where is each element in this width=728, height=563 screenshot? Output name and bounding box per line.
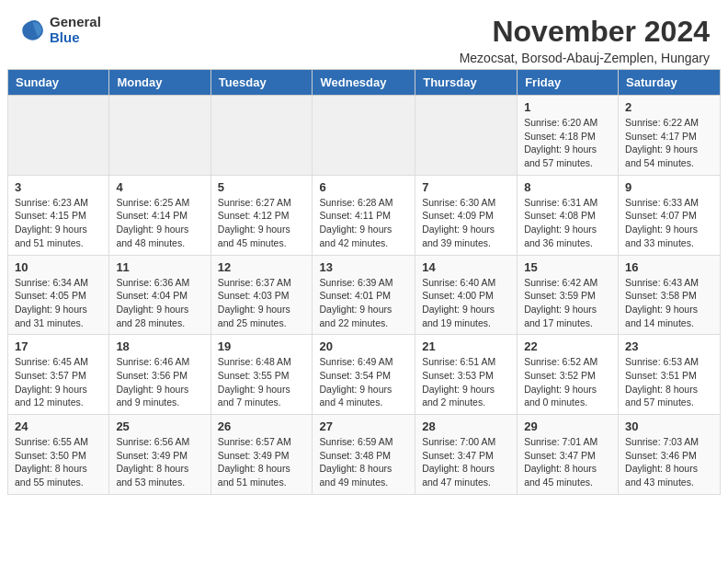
calendar-head: Sunday Monday Tuesday Wednesday Thursday… <box>8 70 721 96</box>
day-number: 2 <box>625 100 713 114</box>
cell-week4-day2: 19Sunrise: 6:48 AM Sunset: 3:55 PM Dayli… <box>210 335 313 415</box>
header-row: Sunday Monday Tuesday Wednesday Thursday… <box>8 70 721 96</box>
cell-week2-day5: 8Sunrise: 6:31 AM Sunset: 4:08 PM Daylig… <box>518 175 619 255</box>
day-number: 19 <box>218 339 306 353</box>
day-info: Sunrise: 6:51 AM Sunset: 3:53 PM Dayligh… <box>422 355 510 409</box>
cell-week5-day3: 27Sunrise: 6:59 AM Sunset: 3:48 PM Dayli… <box>313 415 415 495</box>
cell-week4-day3: 20Sunrise: 6:49 AM Sunset: 3:54 PM Dayli… <box>313 335 415 415</box>
day-info: Sunrise: 6:59 AM Sunset: 3:48 PM Dayligh… <box>319 435 408 489</box>
day-number: 11 <box>116 260 203 274</box>
day-info: Sunrise: 6:39 AM Sunset: 4:01 PM Dayligh… <box>319 276 408 330</box>
cell-week4-day5: 22Sunrise: 6:52 AM Sunset: 3:52 PM Dayli… <box>518 335 619 415</box>
cell-week2-day4: 7Sunrise: 6:30 AM Sunset: 4:09 PM Daylig… <box>415 175 518 255</box>
calendar-table: Sunday Monday Tuesday Wednesday Thursday… <box>7 69 721 495</box>
cell-week1-day6: 2Sunrise: 6:22 AM Sunset: 4:17 PM Daylig… <box>619 96 721 176</box>
col-thursday: Thursday <box>415 70 518 96</box>
day-number: 24 <box>15 419 102 433</box>
day-number: 3 <box>15 180 102 194</box>
day-number: 14 <box>422 260 510 274</box>
day-info: Sunrise: 6:28 AM Sunset: 4:11 PM Dayligh… <box>319 196 408 250</box>
day-number: 29 <box>524 419 611 433</box>
day-number: 21 <box>422 339 510 353</box>
cell-week1-day1 <box>109 96 210 176</box>
day-number: 1 <box>524 100 611 114</box>
logo-text: General Blue <box>50 15 101 45</box>
col-saturday: Saturday <box>619 70 721 96</box>
logo-blue-text: Blue <box>50 30 101 46</box>
col-friday: Friday <box>518 70 619 96</box>
cell-week2-day0: 3Sunrise: 6:23 AM Sunset: 4:15 PM Daylig… <box>8 175 109 255</box>
page-header: General Blue November 2024 Mezocsat, Bor… <box>0 0 728 69</box>
day-info: Sunrise: 6:48 AM Sunset: 3:55 PM Dayligh… <box>218 355 306 409</box>
day-info: Sunrise: 6:52 AM Sunset: 3:52 PM Dayligh… <box>524 355 611 409</box>
col-sunday: Sunday <box>8 70 109 96</box>
day-info: Sunrise: 6:43 AM Sunset: 3:58 PM Dayligh… <box>625 276 713 330</box>
day-info: Sunrise: 6:33 AM Sunset: 4:07 PM Dayligh… <box>625 196 713 250</box>
day-info: Sunrise: 6:20 AM Sunset: 4:18 PM Dayligh… <box>524 116 611 170</box>
logo: General Blue <box>18 15 101 45</box>
day-number: 12 <box>218 260 306 274</box>
day-number: 17 <box>15 339 102 353</box>
cell-week1-day5: 1Sunrise: 6:20 AM Sunset: 4:18 PM Daylig… <box>518 96 619 176</box>
title-block: November 2024 Mezocsat, Borsod-Abauj-Zem… <box>460 15 710 65</box>
subtitle: Mezocsat, Borsod-Abauj-Zemplen, Hungary <box>460 51 710 65</box>
day-number: 8 <box>524 180 611 194</box>
day-info: Sunrise: 7:03 AM Sunset: 3:46 PM Dayligh… <box>625 435 713 489</box>
cell-week4-day1: 18Sunrise: 6:46 AM Sunset: 3:56 PM Dayli… <box>109 335 210 415</box>
cell-week4-day4: 21Sunrise: 6:51 AM Sunset: 3:53 PM Dayli… <box>415 335 518 415</box>
cell-week3-day0: 10Sunrise: 6:34 AM Sunset: 4:05 PM Dayli… <box>8 255 109 335</box>
col-monday: Monday <box>109 70 210 96</box>
day-number: 25 <box>116 419 203 433</box>
cell-week5-day1: 25Sunrise: 6:56 AM Sunset: 3:49 PM Dayli… <box>109 415 210 495</box>
day-info: Sunrise: 6:31 AM Sunset: 4:08 PM Dayligh… <box>524 196 611 250</box>
day-info: Sunrise: 6:46 AM Sunset: 3:56 PM Dayligh… <box>116 355 203 409</box>
logo-icon <box>18 17 44 43</box>
day-number: 20 <box>319 339 408 353</box>
cell-week3-day5: 15Sunrise: 6:42 AM Sunset: 3:59 PM Dayli… <box>518 255 619 335</box>
day-info: Sunrise: 6:55 AM Sunset: 3:50 PM Dayligh… <box>15 435 102 489</box>
day-info: Sunrise: 6:36 AM Sunset: 4:04 PM Dayligh… <box>116 276 203 330</box>
cell-week1-day4 <box>415 96 518 176</box>
week-row-1: 1Sunrise: 6:20 AM Sunset: 4:18 PM Daylig… <box>8 96 721 176</box>
day-info: Sunrise: 6:30 AM Sunset: 4:09 PM Dayligh… <box>422 196 510 250</box>
day-number: 30 <box>625 419 713 433</box>
day-number: 27 <box>319 419 408 433</box>
day-number: 10 <box>15 260 102 274</box>
logo-general-text: General <box>50 15 101 30</box>
day-info: Sunrise: 6:42 AM Sunset: 3:59 PM Dayligh… <box>524 276 611 330</box>
day-info: Sunrise: 6:49 AM Sunset: 3:54 PM Dayligh… <box>319 355 408 409</box>
cell-week5-day4: 28Sunrise: 7:00 AM Sunset: 3:47 PM Dayli… <box>415 415 518 495</box>
week-row-4: 17Sunrise: 6:45 AM Sunset: 3:57 PM Dayli… <box>8 335 721 415</box>
cell-week3-day1: 11Sunrise: 6:36 AM Sunset: 4:04 PM Dayli… <box>109 255 210 335</box>
cell-week1-day0 <box>8 96 109 176</box>
day-info: Sunrise: 6:22 AM Sunset: 4:17 PM Dayligh… <box>625 116 713 170</box>
cell-week3-day3: 13Sunrise: 6:39 AM Sunset: 4:01 PM Dayli… <box>313 255 415 335</box>
cell-week3-day4: 14Sunrise: 6:40 AM Sunset: 4:00 PM Dayli… <box>415 255 518 335</box>
day-info: Sunrise: 6:27 AM Sunset: 4:12 PM Dayligh… <box>218 196 306 250</box>
cell-week2-day2: 5Sunrise: 6:27 AM Sunset: 4:12 PM Daylig… <box>210 175 313 255</box>
day-info: Sunrise: 6:57 AM Sunset: 3:49 PM Dayligh… <box>218 435 306 489</box>
cell-week5-day0: 24Sunrise: 6:55 AM Sunset: 3:50 PM Dayli… <box>8 415 109 495</box>
cell-week2-day1: 4Sunrise: 6:25 AM Sunset: 4:14 PM Daylig… <box>109 175 210 255</box>
day-info: Sunrise: 6:45 AM Sunset: 3:57 PM Dayligh… <box>15 355 102 409</box>
day-info: Sunrise: 7:01 AM Sunset: 3:47 PM Dayligh… <box>524 435 611 489</box>
cell-week3-day6: 16Sunrise: 6:43 AM Sunset: 3:58 PM Dayli… <box>619 255 721 335</box>
day-number: 18 <box>116 339 203 353</box>
main-title: November 2024 <box>460 15 710 49</box>
page-container: General Blue November 2024 Mezocsat, Bor… <box>0 0 728 502</box>
week-row-5: 24Sunrise: 6:55 AM Sunset: 3:50 PM Dayli… <box>8 415 721 495</box>
cell-week2-day6: 9Sunrise: 6:33 AM Sunset: 4:07 PM Daylig… <box>619 175 721 255</box>
day-number: 4 <box>116 180 203 194</box>
day-info: Sunrise: 6:53 AM Sunset: 3:51 PM Dayligh… <box>625 355 713 409</box>
cell-week2-day3: 6Sunrise: 6:28 AM Sunset: 4:11 PM Daylig… <box>313 175 415 255</box>
col-tuesday: Tuesday <box>210 70 313 96</box>
day-number: 26 <box>218 419 306 433</box>
calendar-body: 1Sunrise: 6:20 AM Sunset: 4:18 PM Daylig… <box>8 96 721 495</box>
cell-week1-day3 <box>313 96 415 176</box>
day-number: 28 <box>422 419 510 433</box>
cell-week4-day6: 23Sunrise: 6:53 AM Sunset: 3:51 PM Dayli… <box>619 335 721 415</box>
week-row-3: 10Sunrise: 6:34 AM Sunset: 4:05 PM Dayli… <box>8 255 721 335</box>
day-number: 16 <box>625 260 713 274</box>
cell-week5-day6: 30Sunrise: 7:03 AM Sunset: 3:46 PM Dayli… <box>619 415 721 495</box>
day-number: 6 <box>319 180 408 194</box>
